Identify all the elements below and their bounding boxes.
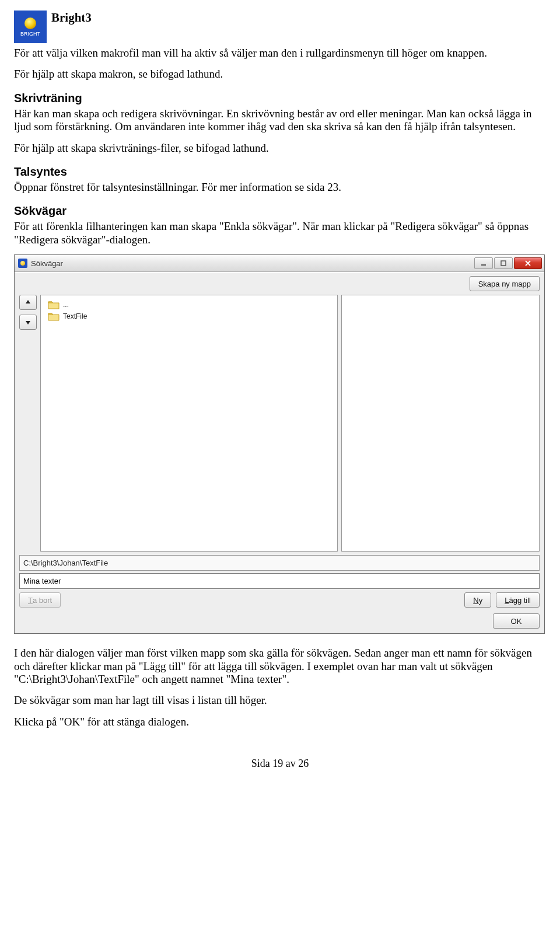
page-title: Bright3 [51,11,92,25]
heading-talsyntes: Talsyntes [14,165,546,179]
new-folder-button[interactable]: Skapa ny mapp [470,276,540,291]
minimize-button[interactable] [474,257,493,269]
lagg-till-button[interactable]: Lägg till [496,592,540,608]
tree-item-label: TextFile [63,312,87,320]
tree-item-label: ... [63,301,69,309]
maximize-button[interactable] [494,257,513,269]
remove-button[interactable]: Ta bort [19,592,61,608]
paragraph-after-2: De sökvägar som man har lagt till visas … [14,694,546,707]
arrow-down-icon [24,319,32,326]
tree-item-parent[interactable]: ... [43,299,335,311]
name-input[interactable] [19,573,540,589]
logo-caption: BRIGHT [20,31,40,37]
paragraph-skriv: Här kan man skapa och redigera skrivövni… [14,107,546,134]
bulb-icon [24,18,36,29]
arrow-up-icon [24,299,32,306]
folder-tree[interactable]: ... TextFile [40,295,338,552]
paragraph-talsyntes: Öppnar fönstret för talsyntesinställning… [14,181,546,194]
dialog-title: Sökvägar [31,259,474,268]
paragraph-after-1: I den här dialogen väljer man först vilk… [14,647,546,686]
page-footer: Sida 19 av 26 [14,758,546,770]
folder-icon [48,300,60,309]
svg-rect-1 [501,261,506,266]
heading-sokvagar: Sökvägar [14,204,546,218]
sokvagar-dialog: Sökvägar Skapa ny mapp [14,254,545,634]
heading-skrivtraning: Skrivträning [14,92,546,105]
paragraph-intro-1: För att välja vilken makrofil man vill h… [14,47,546,60]
paragraph-intro-2: För hjälp att skapa makron, se bifogad l… [14,68,546,81]
ny-button[interactable]: Ny [464,592,491,608]
sokvagar-list[interactable] [341,295,540,552]
paragraph-after-3: Klicka på "OK" för att stänga dialogen. [14,716,546,728]
dialog-titlebar[interactable]: Sökvägar [15,255,544,272]
paragraph-sokvagar: För att förenkla filhanteringen kan man … [14,220,546,246]
app-icon [18,259,27,268]
folder-icon [48,312,60,321]
paragraph-skriv-help: För hjälp att skapa skrivtränings-filer,… [14,142,546,155]
bright-logo: BRIGHT [14,11,47,43]
close-button[interactable] [514,257,542,269]
tree-item-textfile[interactable]: TextFile [43,311,335,322]
move-up-button[interactable] [19,295,37,310]
path-display: C:\Bright3\Johan\TextFile [19,555,540,571]
move-down-button[interactable] [19,315,37,330]
ok-button[interactable]: OK [493,613,540,629]
page-header: BRIGHT Bright3 [14,11,546,43]
